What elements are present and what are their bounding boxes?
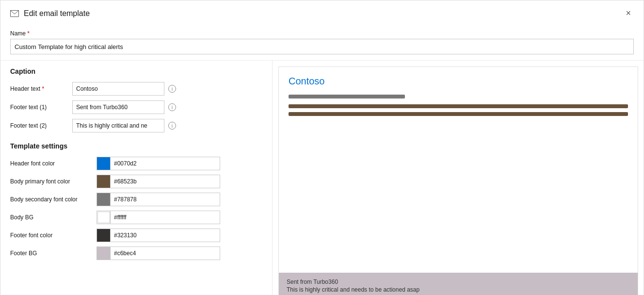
header-text-input[interactable] [72, 82, 164, 96]
body-secondary-color-label: Body secondary font color [10, 196, 93, 203]
header-text-info-icon[interactable]: i [168, 85, 176, 93]
left-panel: Caption Header text * i Footer text (1) … [0, 61, 272, 295]
footer-text2-row: Footer text (2) i [10, 119, 262, 132]
name-required: * [26, 30, 30, 37]
header-text-row: Header text * i [10, 82, 262, 96]
preview-footer-line1: Sent from Turbo360 [287, 279, 630, 285]
body-bg-row: Body BG [10, 211, 262, 224]
header-font-color-row: Header font color [10, 157, 262, 170]
template-settings-section: Template settings Header font color Body… [10, 142, 262, 260]
name-label: Name * [10, 30, 634, 37]
header-font-color-input-wrapper[interactable] [97, 157, 220, 170]
name-input[interactable] [10, 39, 634, 54]
footer-text2-info-icon[interactable]: i [168, 122, 176, 130]
modal-title-text: Edit email template [24, 9, 90, 18]
body-primary-color-label: Body primary font color [10, 178, 93, 185]
edit-email-template-modal: Edit email template × Name * Caption Hea… [0, 0, 644, 295]
body-primary-color-swatch[interactable] [97, 175, 111, 188]
preview-container: Contoso Sent from Turbo360 This is highl… [278, 66, 638, 295]
body-bg-text[interactable] [111, 213, 220, 222]
email-icon [10, 10, 19, 17]
footer-font-color-input-wrapper[interactable] [97, 229, 220, 242]
header-text-label: Header text * [10, 85, 68, 92]
footer-bg-text[interactable] [111, 248, 220, 258]
preview-footer: Sent from Turbo360 This is highly critic… [279, 273, 638, 295]
body-secondary-color-text[interactable] [111, 195, 220, 204]
caption-section: Caption Header text * i Footer text (1) … [10, 67, 262, 132]
footer-bg-row: Footer BG [10, 246, 262, 260]
footer-bg-input-wrapper[interactable] [97, 246, 220, 260]
footer-text2-label: Footer text (2) [10, 122, 68, 129]
footer-font-color-swatch[interactable] [97, 229, 111, 242]
body-primary-color-text[interactable] [111, 177, 220, 186]
header-required: * [40, 85, 44, 92]
body-bg-input-wrapper[interactable] [97, 211, 220, 224]
footer-text1-input[interactable] [72, 100, 164, 114]
footer-font-color-row: Footer font color [10, 229, 262, 242]
footer-font-color-label: Footer font color [10, 232, 93, 239]
footer-text2-input[interactable] [72, 119, 164, 132]
preview-footer-line2: This is highly critical and needs to be … [287, 286, 630, 293]
body-secondary-color-input-wrapper[interactable] [97, 193, 220, 206]
body-secondary-color-swatch[interactable] [97, 193, 111, 206]
preview-bar-3 [289, 112, 628, 116]
footer-text1-label: Footer text (1) [10, 104, 68, 111]
caption-title: Caption [10, 67, 262, 75]
footer-bg-swatch[interactable] [97, 247, 111, 260]
preview-header: Contoso [279, 67, 638, 122]
modal-header: Edit email template × [0, 0, 644, 24]
preview-bar-2 [289, 104, 628, 108]
name-section: Name * [0, 24, 644, 54]
header-font-color-text[interactable] [111, 159, 220, 168]
close-button[interactable]: × [623, 7, 634, 19]
body-bg-swatch[interactable] [97, 211, 111, 224]
preview-bar-1 [289, 95, 405, 98]
preview-brand: Contoso [289, 76, 628, 87]
footer-text1-info-icon[interactable]: i [168, 103, 176, 111]
header-font-color-swatch[interactable] [97, 157, 111, 170]
body-bg-label: Body BG [10, 214, 93, 221]
body-primary-color-input-wrapper[interactable] [97, 175, 220, 188]
modal-title: Edit email template [10, 9, 90, 18]
modal-body: Caption Header text * i Footer text (1) … [0, 61, 644, 295]
footer-text1-row: Footer text (1) i [10, 100, 262, 114]
right-panel: Contoso Sent from Turbo360 This is highl… [272, 61, 644, 295]
body-primary-color-row: Body primary font color [10, 175, 262, 188]
body-secondary-color-row: Body secondary font color [10, 193, 262, 206]
template-settings-title: Template settings [10, 142, 262, 150]
footer-bg-label: Footer BG [10, 250, 93, 257]
footer-font-color-text[interactable] [111, 230, 220, 240]
header-font-color-label: Header font color [10, 160, 93, 167]
